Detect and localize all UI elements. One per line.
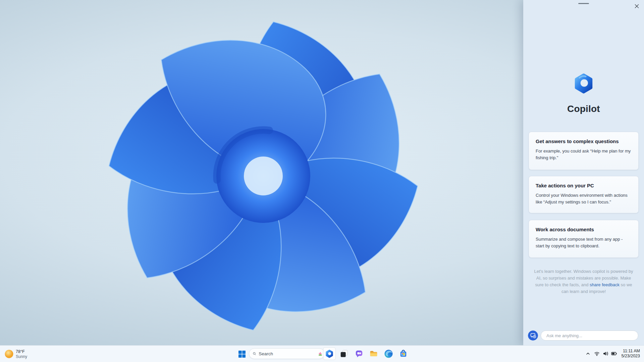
tray-volume-button[interactable]	[601, 347, 610, 360]
weather-condition: Sunny	[16, 354, 27, 359]
tray-wifi-button[interactable]	[592, 347, 601, 360]
sun-icon	[5, 350, 13, 358]
wifi-icon	[594, 351, 600, 356]
task-view-icon	[339, 349, 349, 358]
close-icon	[634, 4, 639, 9]
search-box[interactable]	[249, 348, 325, 359]
clock[interactable]: 11:11 AM 5/23/2023	[621, 349, 640, 359]
time: 11:11 AM	[621, 349, 640, 354]
ask-me-anything-input[interactable]	[541, 330, 638, 341]
suggestion-card-answers[interactable]: Get answers to complex questions For exa…	[529, 132, 639, 170]
system-tray: 11:11 AM 5/23/2023	[584, 345, 644, 362]
taskbar-app-copilot[interactable]	[323, 347, 336, 360]
suggestion-card-actions[interactable]: Take actions on your PC Control your Win…	[529, 176, 639, 213]
lotus-flower-icon[interactable]	[318, 350, 323, 358]
card-body: Summarize and compose text from any app …	[536, 236, 632, 249]
start-button[interactable]	[235, 348, 248, 360]
tray-chevron-button[interactable]	[584, 347, 592, 360]
card-body: Control your Windows environment with ac…	[536, 192, 632, 205]
search-input[interactable]	[259, 351, 318, 356]
card-title: Get answers to complex questions	[536, 138, 632, 144]
weather-text: 78°F Sunny	[16, 349, 27, 359]
date: 5/23/2023	[621, 354, 640, 359]
speaker-icon	[603, 351, 608, 356]
microsoft-store-icon	[399, 349, 408, 358]
close-button[interactable]	[632, 1, 641, 11]
weather-temperature: 78°F	[16, 349, 27, 354]
chat-icon	[355, 349, 364, 358]
weather-widget[interactable]: 78°F Sunny	[3, 347, 36, 361]
taskbar-app-edge[interactable]	[382, 347, 395, 360]
taskbar-app-task-view[interactable]	[338, 347, 351, 360]
tray-battery-button[interactable]	[610, 347, 619, 360]
copilot-logo-icon	[573, 72, 594, 95]
windows-logo-icon	[238, 351, 246, 358]
card-title: Take actions on your PC	[536, 183, 632, 188]
new-chat-button[interactable]	[528, 330, 538, 341]
share-feedback-link[interactable]: share feedback	[590, 282, 620, 287]
copilot-app-icon	[325, 349, 334, 358]
taskbar-app-file-explorer[interactable]	[367, 347, 380, 360]
copilot-title: Copilot	[523, 104, 644, 114]
copilot-panel: Copilot Get answers to complex questions…	[523, 0, 644, 345]
ai-disclaimer: Let's learn together. Windows copilot is…	[533, 268, 634, 295]
edge-browser-icon	[384, 349, 393, 358]
chevron-up-icon	[585, 351, 591, 356]
drag-handle-icon[interactable]	[578, 3, 589, 4]
search-icon	[253, 351, 256, 356]
taskbar-app-chat[interactable]	[353, 347, 365, 360]
battery-icon	[611, 351, 617, 356]
card-body: For example, you could ask “Help me plan…	[536, 148, 632, 161]
taskbar-app-store[interactable]	[397, 347, 410, 360]
suggestion-card-documents[interactable]: Work across documents Summarize and comp…	[529, 220, 639, 258]
card-title: Work across documents	[536, 227, 632, 232]
file-explorer-icon	[369, 349, 378, 358]
bloom-wallpaper-art	[77, 3, 446, 345]
